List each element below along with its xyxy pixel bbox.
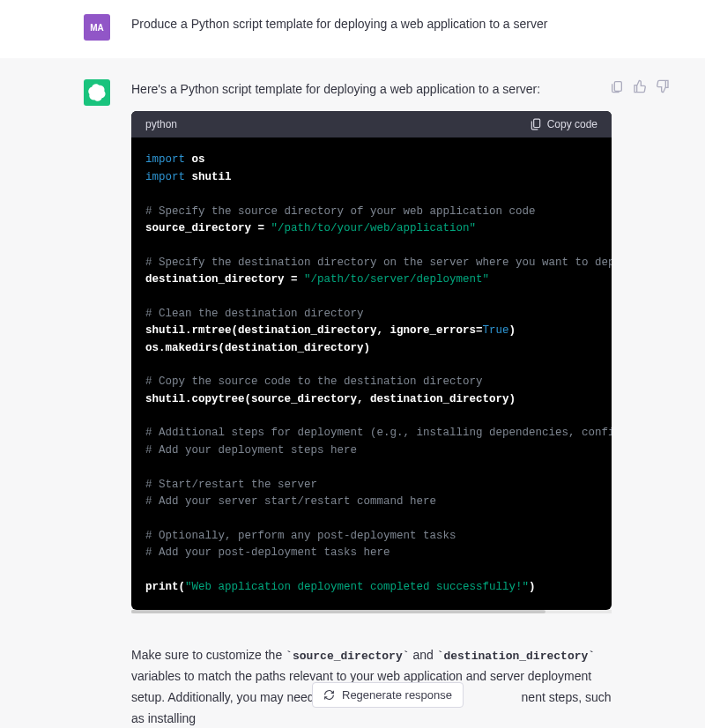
inline-code: `destination_directory` [437,650,595,663]
code-token: # Add your server start/restart command … [145,495,436,508]
code-token: # Specify the destination directory on t… [145,256,612,269]
thumbs-up-button[interactable] [633,79,647,93]
code-token: "/path/to/server/deployment" [304,273,489,286]
code-token: import [145,171,185,183]
scrollbar-thumb[interactable] [131,610,545,613]
thumbs-down-button[interactable] [656,79,670,93]
refresh-icon [323,689,335,701]
user-avatar: MA [84,14,110,41]
code-token: os [192,153,205,166]
code-token: # Specify the source directory of your w… [145,205,536,218]
assistant-message-body: Here's a Python script template for depl… [131,79,652,728]
code-header: python Copy code [131,111,612,137]
assistant-message-row: Here's a Python script template for depl… [0,58,705,728]
user-message-row: MA Produce a Python script template for … [0,0,705,58]
clipboard-icon [530,118,542,130]
code-token: # Add your deployment steps here [145,444,357,457]
code-token: True [483,324,509,337]
feedback-bar [610,79,670,93]
svg-rect-1 [533,120,539,128]
code-token: source_directory = [145,222,271,234]
copy-message-button[interactable] [610,79,624,93]
copy-code-label: Copy code [547,118,597,130]
code-token: # Clean the destination directory [145,308,364,320]
code-token: # Start/restart the server [145,479,317,491]
user-message-body: Produce a Python script template for dep… [131,14,652,33]
code-block: python Copy code import os import shutil… [131,111,612,610]
regenerate-label: Regenerate response [342,688,452,702]
thumbs-down-icon [656,79,670,93]
code-token: shutil.rmtree(destination_directory, ign… [145,324,483,337]
code-token: print( [145,581,185,593]
openai-logo-icon [88,84,106,101]
clipboard-icon [610,79,624,93]
code-token: ) [509,324,516,337]
text-span: Make sure to customize the [131,648,286,662]
code-token: ) [529,581,536,593]
code-token: # Optionally, perform any post-deploymen… [145,530,456,542]
inline-code: `source_directory` [286,650,409,663]
code-token: "Web application deployment completed su… [185,581,529,593]
code-token: destination_directory = [145,273,304,286]
code-content[interactable]: import os import shutil # Specify the so… [131,137,612,610]
code-token: "/path/to/your/web/application" [271,222,477,234]
assistant-avatar [84,79,110,106]
svg-rect-0 [614,82,621,92]
text-span: and [410,648,437,662]
assistant-intro-text: Here's a Python script template for depl… [131,79,652,99]
code-horizontal-scrollbar[interactable] [131,610,612,613]
code-token: os.makedirs(destination_directory) [145,342,370,354]
code-token: # Additional steps for deployment (e.g.,… [145,427,612,439]
code-token: shutil.copytree(source_directory, destin… [145,393,516,405]
code-token: # Add your post-deployment tasks here [145,546,390,559]
code-language-label: python [145,118,177,130]
regenerate-response-button[interactable]: Regenerate response [312,682,464,708]
code-token: import [145,153,185,166]
user-message-text: Produce a Python script template for dep… [131,14,652,33]
code-token: # Copy the source code to the destinatio… [145,375,483,388]
copy-code-button[interactable]: Copy code [530,118,597,130]
code-token: shutil [192,171,232,183]
thumbs-up-icon [633,79,647,93]
